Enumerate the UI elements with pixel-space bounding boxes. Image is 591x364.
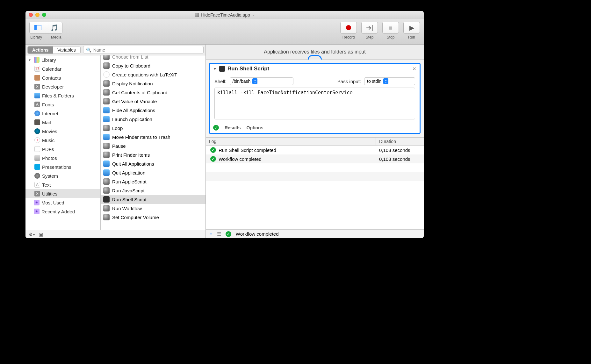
minimize-window-button[interactable] (35, 13, 40, 17)
status-text: Workflow completed (236, 231, 279, 237)
action-item[interactable]: Quit All Applications (101, 159, 205, 168)
tree-item-recently-added[interactable]: ✦Recently Added (25, 207, 100, 216)
library-toggle-button[interactable] (29, 22, 46, 34)
passinput-label: Pass input: (337, 79, 361, 84)
tree-item-photos[interactable]: Photos (25, 153, 100, 162)
workflow-canvas[interactable]: ▼ Run Shell Script ✕ Shell: /bin/bash ▲▼ (206, 60, 424, 137)
search-field-wrap[interactable]: 🔍 (83, 46, 204, 54)
action-item[interactable]: Set Computer Volume (101, 213, 205, 222)
action-item[interactable]: Pause (101, 141, 205, 150)
action-label: Run Workflow (112, 206, 142, 211)
tree-item-files[interactable]: Files & Folders (25, 91, 100, 100)
seg-actions[interactable]: Actions (28, 46, 53, 54)
finder-action-icon (103, 134, 110, 140)
text-icon: A (34, 182, 40, 188)
shell-select[interactable]: /bin/bash ▲▼ (230, 77, 293, 85)
action-item[interactable]: Choose from List (101, 55, 205, 61)
library-header: Actions Variables 🔍 (25, 45, 205, 55)
shell-select-value: /bin/bash (233, 79, 251, 84)
action-item[interactable]: Move Finder Items to Trash (101, 132, 205, 141)
log-row[interactable]: ✓Run Shell Script completed 0,103 second… (206, 146, 424, 154)
action-item[interactable]: Run Workflow (101, 204, 205, 213)
log-rows[interactable]: ✓Run Shell Script completed 0,103 second… (206, 146, 424, 229)
description-toggle-button[interactable]: ▣ (39, 232, 43, 237)
action-item[interactable]: Quit Application (101, 168, 205, 177)
tree-item-calendar[interactable]: 17Calendar (25, 64, 100, 73)
record-button[interactable] (340, 22, 357, 34)
tree-item-internet[interactable]: Internet (25, 109, 100, 118)
action-item[interactable]: Run JavaScript (101, 186, 205, 195)
action-item[interactable]: Copy to Clipboard (101, 61, 205, 70)
disclosure-triangle-icon[interactable]: ▼ (213, 67, 217, 71)
step-icon: ➔| (366, 24, 373, 32)
updown-arrows-icon: ▲▼ (252, 78, 257, 84)
search-input[interactable] (93, 47, 201, 53)
tree-item-contacts[interactable]: Contacts (25, 73, 100, 82)
step-button[interactable]: ➔| (361, 22, 378, 34)
disclosure-triangle-icon[interactable]: ▼ (28, 58, 32, 62)
finder-icon (34, 93, 40, 98)
tree-item-music[interactable]: ♪Music (25, 136, 100, 145)
workflow-input-header: Application receives files and folders a… (206, 45, 424, 60)
tree-item-text[interactable]: AText (25, 180, 100, 189)
library-tree[interactable]: ▼ Library 17Calendar Contacts ✕Developer… (25, 55, 101, 230)
workflow-input-text: Application receives files and folders a… (264, 49, 365, 54)
toolbar-label-library: Library (30, 35, 42, 39)
results-tab[interactable]: Results (225, 125, 241, 130)
actions-list[interactable]: Choose from List Copy to Clipboard Creat… (101, 55, 205, 230)
tree-item-fonts[interactable]: AFonts (25, 100, 100, 109)
log-view-list-button[interactable]: ≡ (210, 231, 213, 237)
action-card-header[interactable]: ▼ Run Shell Script ✕ (210, 64, 420, 74)
action-item[interactable]: Hide All Applications (101, 106, 205, 115)
automator-action-icon (103, 178, 110, 185)
tree-root-library[interactable]: ▼ Library (25, 55, 100, 64)
log-view-flow-button[interactable]: ☰ (217, 231, 221, 237)
action-item[interactable]: Launch Application (101, 115, 205, 124)
passinput-select[interactable]: to stdin ▲▼ (364, 77, 415, 85)
toolbar-label-stop: Stop (387, 35, 395, 39)
play-icon: ▶ (409, 24, 414, 32)
action-card-run-shell-script[interactable]: ▼ Run Shell Script ✕ Shell: /bin/bash ▲▼ (209, 63, 421, 134)
mail-icon (34, 119, 40, 125)
pdf-icon (34, 146, 40, 152)
remove-action-button[interactable]: ✕ (412, 66, 416, 72)
log-duration: 0,103 seconds (376, 156, 424, 162)
action-item[interactable]: Create equations with LaTeXiT (101, 70, 205, 79)
action-item[interactable]: Display Notification (101, 79, 205, 88)
log-column-duration[interactable]: Duration (376, 138, 424, 145)
action-label: Display Notification (112, 81, 153, 86)
input-connector-icon (308, 55, 322, 60)
tree-item-mail[interactable]: Mail (25, 118, 100, 127)
action-label: Loop (112, 125, 123, 131)
gear-menu-button[interactable]: ⚙︎▾ (29, 232, 35, 237)
zoom-window-button[interactable] (42, 13, 46, 17)
tree-item-pdfs[interactable]: PDFs (25, 145, 100, 153)
tree-item-developer[interactable]: ✕Developer (25, 82, 100, 91)
script-textarea[interactable]: killall -kill FaceTimeNotificationCenter… (214, 88, 415, 119)
tree-item-utilities[interactable]: ✕Utilities (25, 189, 100, 198)
options-tab[interactable]: Options (247, 125, 263, 130)
seg-variables[interactable]: Variables (53, 46, 80, 54)
tree-item-most-used[interactable]: ✦Most Used (25, 198, 100, 207)
action-item[interactable]: Get Value of Variable (101, 97, 205, 106)
action-item-run-shell-script[interactable]: Run Shell Script (101, 195, 205, 204)
action-item[interactable]: Run AppleScript (101, 177, 205, 186)
tree-item-system[interactable]: System (25, 171, 100, 180)
log-column-log[interactable]: Log (206, 138, 376, 145)
library-icon (34, 57, 40, 63)
action-item[interactable]: Get Contents of Clipboard (101, 88, 205, 97)
close-window-button[interactable] (29, 13, 33, 17)
tree-item-movies[interactable]: Movies (25, 127, 100, 136)
run-button[interactable]: ▶ (403, 22, 420, 34)
shell-label: Shell: (214, 79, 227, 84)
workflow-panel: Application receives files and folders a… (206, 45, 424, 238)
action-item[interactable]: Loop (101, 124, 205, 132)
action-card-title: Run Shell Script (227, 66, 269, 72)
action-item[interactable]: Print Finder Items (101, 150, 205, 159)
stop-button[interactable]: ■ (382, 22, 399, 34)
tree-item-presentations[interactable]: Presentations (25, 162, 100, 171)
log-row[interactable]: ✓Workflow completed 0,103 seconds (206, 154, 424, 163)
media-toggle-button[interactable]: 🎵 (46, 22, 62, 34)
chevron-down-icon: ⌄ (252, 13, 255, 17)
fonts-icon: A (34, 102, 40, 107)
